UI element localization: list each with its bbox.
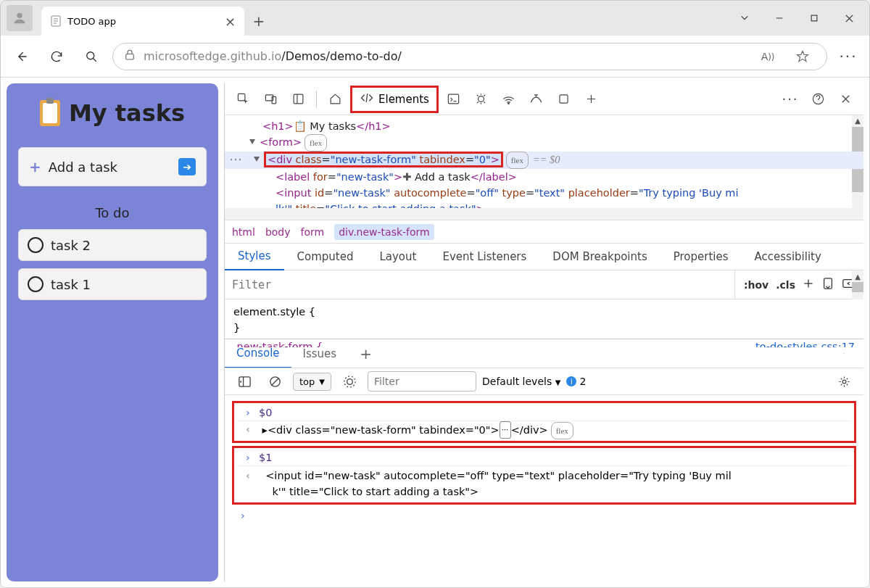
submit-arrow-button[interactable]: ➔ [178,158,196,175]
tab-favicon [50,15,62,27]
sources-tab-icon[interactable] [469,87,494,112]
drawer-add-tab[interactable]: + [348,345,384,363]
device-toolbar-button[interactable] [258,87,283,112]
task-label: task 1 [51,277,91,292]
browser-toolbar: microsoftedge.github.io/Demos/demo-to-do… [1,36,869,78]
breadcrumb-item[interactable]: html [232,226,255,238]
svg-rect-34 [824,278,832,289]
svg-line-41 [271,378,278,385]
breadcrumb-item[interactable]: form [301,226,325,238]
styles-pane-tabs: Styles Computed Layout Event Listeners D… [225,243,863,270]
console-tab-icon[interactable] [442,87,466,112]
menu-button[interactable]: ··· [834,43,862,70]
console-settings-button[interactable] [832,369,856,394]
styles-filter-row: :hov .cls ▲ [225,270,863,299]
properties-tab[interactable]: Properties [660,250,742,263]
more-tabs-button[interactable] [579,87,604,112]
live-expression-button[interactable] [337,369,362,394]
issues-drawer-tab[interactable]: Issues [291,347,349,360]
performance-tab-icon[interactable] [524,87,549,112]
window-close-button[interactable] [832,5,866,31]
console-sidebar-button[interactable] [232,369,257,394]
devtools-tabbar: Elements ··· [225,83,863,115]
devtools-pane: Elements ··· ▲ <h1>📋 My tasks</h1> <form… [224,83,863,581]
add-task-label: Add a task [49,160,117,175]
svg-point-42 [347,378,352,384]
hov-button[interactable]: :hov [744,279,768,291]
more-tools-button[interactable]: ··· [778,87,803,112]
styles-tab[interactable]: Styles [225,243,284,270]
event-listeners-tab[interactable]: Event Listeners [429,250,539,263]
css-source-link[interactable]: to-do-styles.css:17 [755,339,855,347]
application-tab-icon[interactable] [552,87,576,112]
activity-bar-button[interactable] [286,87,310,112]
breadcrumb-item[interactable]: body [265,226,291,238]
elements-tree[interactable]: ▲ <h1>📋 My tasks</h1> <form>flex ⋯ <div … [225,115,863,220]
help-button[interactable] [805,87,830,112]
inspect-element-button[interactable] [231,87,255,112]
dom-breakpoints-tab[interactable]: DOM Breakpoints [539,250,660,263]
clear-console-button[interactable] [262,369,287,394]
window-maximize-button[interactable] [797,5,832,31]
task-checkbox[interactable] [28,237,44,253]
window-dropdown-button[interactable] [727,5,762,31]
elements-breadcrumb[interactable]: html body form div.new-task-form [225,220,863,243]
svg-rect-6 [811,15,817,21]
back-button[interactable] [8,43,36,70]
console-filter-input[interactable] [368,371,476,392]
task-item[interactable]: task 2 [18,229,207,261]
window-minimize-button[interactable] [762,5,797,31]
plus-icon: + [29,158,41,175]
tab-close-button[interactable]: × [225,14,236,29]
svg-point-44 [842,380,846,384]
elements-tab[interactable]: Elements [350,86,439,113]
svg-line-21 [477,95,478,96]
log-levels-select[interactable]: Default levels ▼ [482,376,560,387]
svg-rect-14 [272,96,276,104]
window-controls [727,5,869,31]
section-label: To do [18,205,207,220]
svg-rect-26 [560,95,568,103]
selected-element-line[interactable]: ⋯ <div class="new-task-form" tabindex="0… [225,152,863,169]
layout-tab[interactable]: Layout [366,250,429,263]
console-output[interactable]: ›$0 ‹ ▸<div class="new-task-form" tabind… [225,395,863,581]
svg-point-43 [344,376,355,386]
task-item[interactable]: task 1 [18,268,207,300]
accessibility-tab[interactable]: Accessibility [742,250,834,263]
content-area: My tasks + Add a task ➔ To do task 2 tas… [1,78,869,587]
svg-point-25 [508,103,510,104]
computed-tab[interactable]: Computed [284,250,367,263]
svg-line-22 [484,95,486,96]
cls-button[interactable]: .cls [776,279,795,291]
svg-point-18 [478,96,484,102]
code-icon [360,91,374,108]
refresh-button[interactable] [43,43,70,70]
url-text: microsoftedge.github.io/Demos/demo-to-do… [144,49,402,63]
svg-point-9 [87,51,94,59]
styles-content[interactable]: element.style { } .new-task-form {to-do-… [225,299,863,339]
issues-badge[interactable]: i2 [566,376,586,387]
new-style-button[interactable] [803,278,814,291]
breadcrumb-item[interactable]: div.new-task-form [334,224,434,240]
svg-line-10 [94,58,96,61]
console-context-select[interactable]: top ▼ [293,373,331,391]
svg-line-24 [477,102,478,103]
site-info-icon[interactable] [123,49,136,65]
add-task-button[interactable]: + Add a task ➔ [18,147,207,186]
styles-options-button[interactable] [821,277,834,292]
styles-filter-input[interactable] [225,270,734,299]
profile-button[interactable] [7,5,33,31]
close-devtools-button[interactable] [833,87,858,112]
welcome-tab[interactable] [323,87,347,112]
search-button[interactable] [78,43,105,70]
read-aloud-button[interactable]: A)) [754,43,782,70]
new-tab-button[interactable]: + [244,7,273,36]
svg-point-0 [17,13,22,18]
network-tab-icon[interactable] [497,87,521,112]
app-title: My tasks [18,99,207,127]
address-bar[interactable]: microsoftedge.github.io/Demos/demo-to-do… [112,43,827,70]
task-checkbox[interactable] [28,276,44,292]
favorite-button[interactable] [789,43,816,70]
browser-tab[interactable]: TODO app × [41,7,244,36]
task-label: task 2 [51,238,91,253]
